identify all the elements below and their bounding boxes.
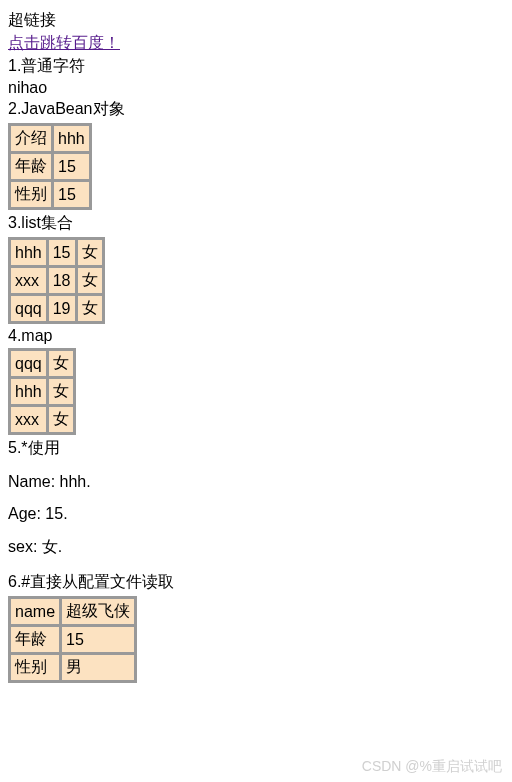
star-age-line: Age: 15. [8,505,504,523]
javabean-table: 介绍 hhh 年龄 15 性别 15 [8,123,92,210]
table-row: 性别 15 [10,181,90,208]
star-sex-line: sex: 女. [8,537,504,558]
cell: 15 [48,239,76,266]
cell-value: 15 [53,181,90,208]
cell: qqq [10,295,47,322]
cell-value: 女 [48,350,74,377]
table-row: 年龄 15 [10,626,135,653]
cell-key: 年龄 [10,153,52,180]
cell-key: 性别 [10,654,60,681]
heading: 超链接 [8,10,504,31]
map-table: qqq 女 hhh 女 xxx 女 [8,348,76,435]
section3-label: 3.list集合 [8,213,504,234]
table-row: qqq 19 女 [10,295,103,322]
table-row: xxx 女 [10,406,74,433]
cell-value: hhh [53,125,90,152]
table-row: name 超级飞侠 [10,598,135,625]
section1-value: nihao [8,79,504,97]
cell: 18 [48,267,76,294]
cell-key: qqq [10,350,47,377]
cell: 女 [77,267,103,294]
table-row: xxx 18 女 [10,267,103,294]
section4-label: 4.map [8,327,504,345]
cell-key: hhh [10,378,47,405]
cell: 女 [77,239,103,266]
cell-value: 15 [61,626,135,653]
table-row: hhh 15 女 [10,239,103,266]
table-row: hhh 女 [10,378,74,405]
cell-value: 15 [53,153,90,180]
hyperlink-baidu[interactable]: 点击跳转百度！ [8,34,120,51]
watermark: CSDN @%重启试试吧 [362,758,502,776]
cell-key: 年龄 [10,626,60,653]
cell-key: name [10,598,60,625]
table-row: 性别 男 [10,654,135,681]
cell: 女 [77,295,103,322]
cell: 19 [48,295,76,322]
cell-key: 性别 [10,181,52,208]
section6-label: 6.#直接从配置文件读取 [8,572,504,593]
table-row: 年龄 15 [10,153,90,180]
cell-value: 女 [48,406,74,433]
table-row: 介绍 hhh [10,125,90,152]
cell-value: 男 [61,654,135,681]
section2-label: 2.JavaBean对象 [8,99,504,120]
star-name-line: Name: hhh. [8,473,504,491]
cell: xxx [10,267,47,294]
config-table: name 超级飞侠 年龄 15 性别 男 [8,596,137,683]
cell-value: 女 [48,378,74,405]
list-table: hhh 15 女 xxx 18 女 qqq 19 女 [8,237,105,324]
section5-label: 5.*使用 [8,438,504,459]
table-row: qqq 女 [10,350,74,377]
cell-value: 超级飞侠 [61,598,135,625]
cell-key: 介绍 [10,125,52,152]
cell: hhh [10,239,47,266]
section1-label: 1.普通字符 [8,56,504,77]
cell-key: xxx [10,406,47,433]
